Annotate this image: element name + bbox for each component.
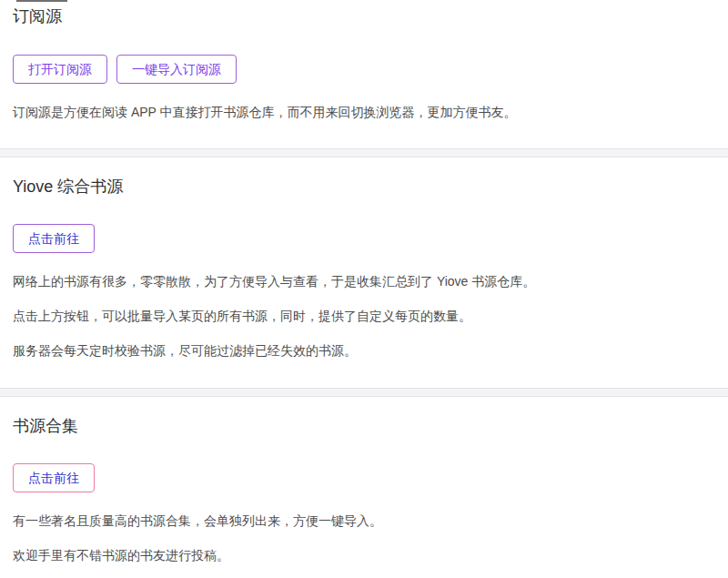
section-divider bbox=[0, 388, 728, 397]
yiove-description-2: 点击上方按钮，可以批量导入某页的所有书源，同时，提供了自定义每页的数量。 bbox=[13, 307, 715, 325]
yiove-button-row: 点击前往 bbox=[13, 224, 715, 253]
subscription-description: 订阅源是方便在阅读 APP 中直接打开书源仓库，而不用来回切换浏览器，更加方便书… bbox=[13, 103, 715, 121]
subscription-button-row: 打开订阅源 一键导入订阅源 bbox=[13, 55, 715, 84]
section-yiove-heading: Yiove 综合书源 bbox=[13, 175, 715, 198]
section-subscription-heading: 订阅源 bbox=[13, 5, 715, 28]
book-source-page: 订阅源 打开订阅源 一键导入订阅源 订阅源是方便在阅读 APP 中直接打开书源仓… bbox=[0, 0, 728, 564]
yiove-description-3: 服务器会每天定时校验书源，尽可能过滤掉已经失效的书源。 bbox=[13, 341, 715, 360]
collection-description-1: 有一些著名且质量高的书源合集，会单独列出来，方便一键导入。 bbox=[13, 512, 715, 530]
yiove-description-1: 网络上的书源有很多，零零散散，为了方便导入与查看，于是收集汇总到了 Yiove … bbox=[13, 272, 715, 290]
goto-collection-button[interactable]: 点击前往 bbox=[13, 463, 95, 492]
clipped-content-above bbox=[16, 0, 67, 2]
goto-yiove-button[interactable]: 点击前往 bbox=[13, 224, 95, 253]
one-click-import-subscription-button[interactable]: 一键导入订阅源 bbox=[116, 55, 237, 84]
section-subscription-source: 订阅源 打开订阅源 一键导入订阅源 订阅源是方便在阅读 APP 中直接打开书源仓… bbox=[0, 0, 728, 148]
section-divider bbox=[0, 148, 728, 157]
collection-description-2: 欢迎手里有不错书源的书友进行投稿。 bbox=[13, 546, 715, 564]
open-subscription-button[interactable]: 打开订阅源 bbox=[13, 55, 107, 84]
section-source-collection: 书源合集 点击前往 有一些著名且质量高的书源合集，会单独列出来，方便一键导入。 … bbox=[0, 397, 728, 564]
section-collection-heading: 书源合集 bbox=[13, 414, 715, 438]
collection-button-row: 点击前往 bbox=[13, 463, 715, 492]
section-yiove-sources: Yiove 综合书源 点击前往 网络上的书源有很多，零零散散，为了方便导入与查看… bbox=[0, 157, 728, 388]
